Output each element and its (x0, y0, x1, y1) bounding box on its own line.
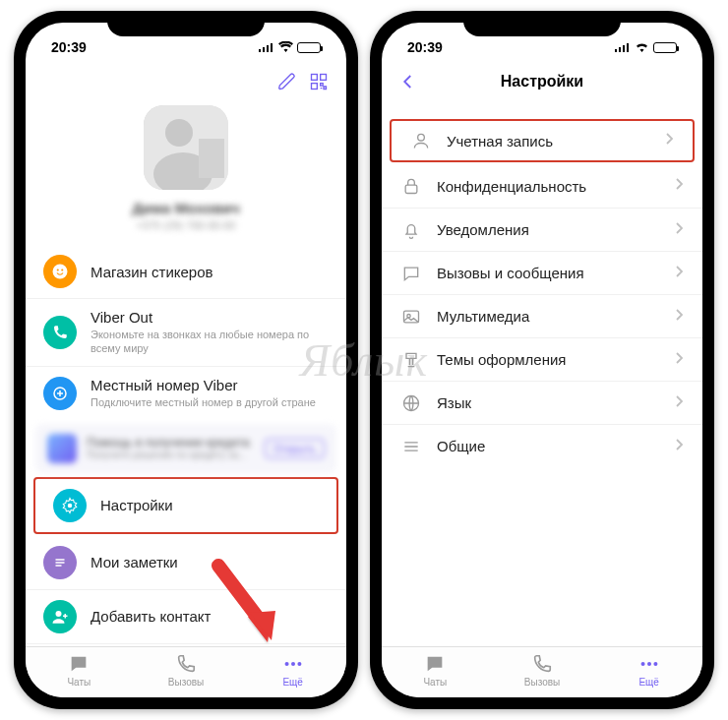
svg-point-36 (647, 662, 651, 666)
tab-bar: Чаты Вызовы Ещё (382, 646, 702, 697)
tab-chats[interactable]: Чаты (26, 653, 133, 688)
bell-icon (399, 218, 423, 242)
phone-out-icon (43, 316, 77, 349)
svg-rect-1 (263, 47, 265, 52)
add-user-icon (43, 600, 77, 633)
chevron-right-icon (675, 221, 685, 239)
chevron-right-icon (675, 351, 685, 369)
svg-point-37 (653, 662, 657, 666)
content-left[interactable]: Дима Мoxoвич +375 (29) 700-00-00 Магазин… (26, 99, 346, 646)
row-label: Уведомления (437, 221, 661, 238)
tab-calls[interactable]: Вызовы (133, 653, 240, 688)
chevron-right-icon (675, 177, 685, 195)
svg-point-23 (284, 662, 288, 666)
promo-banner[interactable]: Помощь в получении кредита Получите реше… (35, 424, 336, 473)
row-label: Viber Out (91, 309, 329, 326)
tab-label: Ещё (638, 677, 658, 688)
svg-point-12 (57, 269, 59, 270)
chevron-right-icon (675, 394, 685, 412)
row-privacy[interactable]: Конфиденциальность (382, 164, 702, 208)
globe-icon (399, 391, 423, 415)
tab-label: Чаты (423, 677, 447, 688)
svg-rect-2 (267, 45, 269, 52)
local-number-icon (43, 377, 77, 410)
battery-icon (297, 42, 321, 53)
row-label: Настройки (100, 497, 319, 513)
profile-block[interactable]: Дима Мoxoвич +375 (29) 700-00-00 (26, 99, 346, 245)
chevron-right-icon (675, 438, 685, 455)
lock-icon (399, 174, 423, 198)
promo-sub: Получите решение по кредиту за... (87, 450, 255, 460)
chevron-right-icon (675, 265, 685, 282)
row-label: Язык (437, 394, 661, 411)
row-label: Вызовы и сообщения (437, 265, 661, 281)
row-language[interactable]: Язык (382, 381, 702, 424)
row-label: Магазин стикеров (91, 264, 329, 280)
row-label: Конфиденциальность (437, 178, 661, 195)
tab-label: Ещё (282, 677, 302, 688)
gear-icon (53, 489, 87, 522)
row-local-number[interactable]: Местный номер Viber Подключите местный н… (26, 366, 346, 420)
row-add-contact[interactable]: Добавить контакт (26, 589, 346, 643)
svg-rect-28 (623, 45, 625, 52)
notes-icon (43, 546, 77, 579)
tab-more[interactable]: Ещё (595, 653, 702, 688)
row-multimedia[interactable]: Мультимедиа (382, 294, 702, 337)
svg-point-35 (640, 662, 644, 666)
tab-label: Вызовы (524, 677, 560, 688)
more-list-2: Мои заметки Добавить контакт Пригласить … (26, 536, 346, 646)
chevron-right-icon (675, 308, 685, 326)
row-notifications[interactable]: Уведомления (382, 208, 702, 251)
tab-calls[interactable]: Вызовы (489, 653, 596, 688)
status-icons (615, 39, 677, 55)
screen-right: 20:39 Настройки Учетная запись (382, 23, 702, 697)
status-time: 20:39 (51, 39, 87, 55)
svg-rect-26 (615, 49, 617, 52)
svg-point-16 (56, 611, 62, 617)
edit-icon[interactable] (277, 72, 297, 91)
svg-point-8 (165, 119, 193, 147)
svg-point-11 (53, 265, 68, 279)
row-general[interactable]: Общие (382, 424, 702, 467)
svg-rect-3 (271, 43, 273, 52)
settings-list: Конфиденциальность Уведомления Вызовы и … (382, 164, 702, 467)
row-account[interactable]: Учетная запись (390, 119, 695, 162)
row-calls-messages[interactable]: Вызовы и сообщения (382, 251, 702, 294)
content-right[interactable]: Учетная запись Конфиденциальность Уведом… (382, 99, 702, 646)
row-my-notes[interactable]: Мои заметки (26, 536, 346, 589)
promo-cta[interactable]: Открыть (265, 439, 325, 458)
wifi-icon (278, 39, 293, 55)
tab-chats[interactable]: Чаты (382, 653, 489, 688)
account-icon (409, 129, 433, 152)
page-title: Настройки (455, 73, 630, 90)
media-icon (399, 305, 423, 329)
tab-label: Вызовы (168, 677, 204, 688)
profile-name: Дима Мoxoвич (132, 200, 240, 216)
row-label: Мультимедиа (437, 308, 661, 325)
signal-icon (615, 42, 631, 52)
svg-point-25 (297, 662, 301, 666)
row-label: Добавить контакт (91, 608, 329, 625)
svg-point-15 (68, 503, 73, 508)
status-time: 20:39 (407, 39, 443, 55)
theme-icon (399, 348, 423, 372)
row-label: Темы оформления (437, 351, 661, 368)
row-sticker-store[interactable]: Магазин стикеров (26, 245, 346, 298)
tab-label: Чаты (67, 677, 91, 688)
qr-icon[interactable] (309, 72, 329, 91)
row-themes[interactable]: Темы оформления (382, 337, 702, 381)
wifi-icon (635, 39, 649, 55)
chat-icon (399, 262, 423, 285)
phone-left: 20:39 Дима Мoxoвич +375 (29) 700-00-00 (14, 11, 358, 709)
row-viber-out[interactable]: Viber Out Экономьте на звонках на любые … (26, 298, 346, 366)
svg-rect-31 (405, 185, 417, 193)
svg-point-30 (418, 134, 425, 141)
avatar[interactable] (144, 105, 228, 190)
back-button[interactable] (399, 73, 417, 90)
row-settings[interactable]: Настройки (33, 477, 338, 534)
svg-point-13 (61, 269, 63, 270)
phone-right: 20:39 Настройки Учетная запись (370, 11, 714, 709)
tab-bar: Чаты Вызовы Ещё (26, 646, 346, 697)
tab-more[interactable]: Ещё (239, 653, 346, 688)
screen-left: 20:39 Дима Мoxoвич +375 (29) 700-00-00 (26, 23, 346, 697)
